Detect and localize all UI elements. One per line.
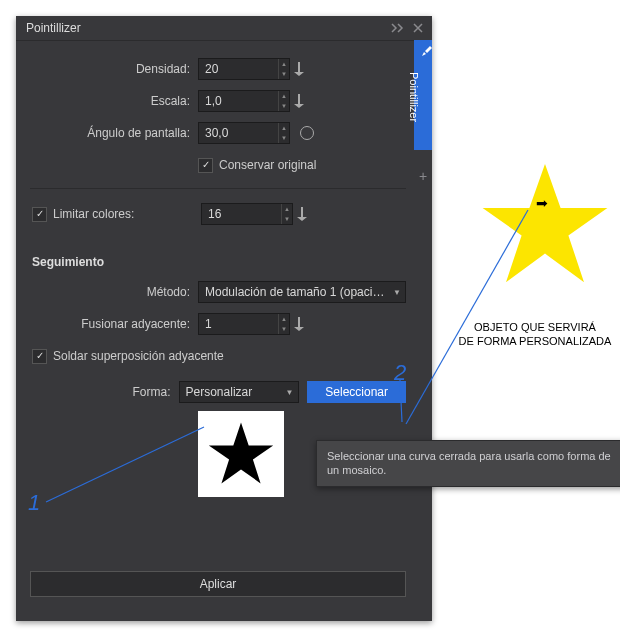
chevron-down-icon: ▼ bbox=[286, 388, 294, 397]
preserve-original-checkbox[interactable]: ✓ bbox=[198, 158, 213, 173]
add-tab-icon[interactable]: + bbox=[414, 166, 432, 186]
svg-rect-0 bbox=[298, 62, 300, 72]
method-value: Modulación de tamaño 1 (opacid… bbox=[205, 285, 389, 299]
select-shape-button[interactable]: Seleccionar bbox=[307, 381, 406, 403]
panel-titlebar: Pointillizer bbox=[16, 16, 432, 41]
density-slider-icon[interactable] bbox=[290, 62, 308, 76]
scale-field[interactable] bbox=[199, 94, 278, 108]
panel-title: Pointillizer bbox=[26, 21, 81, 35]
chevron-down-icon: ▼ bbox=[393, 288, 401, 297]
pointillizer-panel: Pointillizer Pointillizer + Densidad: ▲▼ bbox=[16, 16, 432, 621]
select-button-tooltip: Seleccionar una curva cerrada para usarl… bbox=[316, 440, 620, 487]
method-dropdown[interactable]: Modulación de tamaño 1 (opacid… ▼ bbox=[198, 281, 406, 303]
density-label: Densidad: bbox=[30, 62, 198, 76]
svg-marker-4 bbox=[209, 423, 273, 484]
custom-shape-object bbox=[480, 160, 610, 290]
collapse-icon[interactable] bbox=[390, 20, 406, 36]
merge-field[interactable] bbox=[199, 317, 278, 331]
divider bbox=[30, 188, 406, 189]
svg-rect-1 bbox=[298, 94, 300, 104]
shape-label: Forma: bbox=[30, 385, 179, 399]
merge-input[interactable]: ▲▼ bbox=[198, 313, 290, 335]
limit-colors-input[interactable]: ▲▼ bbox=[201, 203, 293, 225]
merge-slider-icon[interactable] bbox=[290, 317, 308, 331]
object-caption: OBJETO QUE SERVIRÁ DE FORMA PERSONALIZAD… bbox=[450, 320, 620, 349]
weld-label: Soldar superposición adyacente bbox=[53, 349, 224, 363]
star-icon bbox=[206, 419, 276, 489]
scale-slider-icon[interactable] bbox=[290, 94, 308, 108]
close-icon[interactable] bbox=[410, 20, 426, 36]
apply-button[interactable]: Aplicar bbox=[30, 571, 406, 597]
preserve-original-label: Conservar original bbox=[219, 158, 316, 172]
scale-spinner[interactable]: ▲▼ bbox=[278, 91, 289, 111]
weld-checkbox[interactable]: ✓ bbox=[32, 349, 47, 364]
density-field[interactable] bbox=[199, 62, 278, 76]
annotation-1: 1 bbox=[28, 490, 40, 516]
panel-body: Densidad: ▲▼ Escala: ▲▼ Ángulo de pantal… bbox=[22, 46, 414, 615]
limit-colors-checkbox[interactable]: ✓ bbox=[32, 207, 47, 222]
tracking-section-title: Seguimiento bbox=[32, 255, 406, 269]
angle-field[interactable] bbox=[199, 126, 278, 140]
scale-label: Escala: bbox=[30, 94, 198, 108]
limit-colors-spinner[interactable]: ▲▼ bbox=[281, 204, 292, 224]
angle-input[interactable]: ▲▼ bbox=[198, 122, 290, 144]
scale-input[interactable]: ▲▼ bbox=[198, 90, 290, 112]
limit-colors-slider-icon[interactable] bbox=[293, 207, 311, 221]
annotation-2: 2 bbox=[394, 360, 406, 386]
angle-label: Ángulo de pantalla: bbox=[30, 126, 198, 140]
svg-rect-2 bbox=[301, 207, 303, 217]
svg-rect-3 bbox=[298, 317, 300, 327]
tab-pointillizer[interactable]: Pointillizer bbox=[414, 40, 432, 150]
density-spinner[interactable]: ▲▼ bbox=[278, 59, 289, 79]
cursor-arrow-icon: ➡ bbox=[536, 195, 548, 211]
merge-label: Fusionar adyacente: bbox=[30, 317, 198, 331]
shape-preview bbox=[198, 411, 284, 497]
density-input[interactable]: ▲▼ bbox=[198, 58, 290, 80]
method-label: Método: bbox=[30, 285, 198, 299]
limit-colors-label: Limitar colores: bbox=[53, 207, 191, 221]
angle-dial-icon[interactable] bbox=[300, 126, 314, 140]
shape-dropdown[interactable]: Personalizar ▼ bbox=[179, 381, 299, 403]
limit-colors-field[interactable] bbox=[202, 207, 281, 221]
brush-icon bbox=[420, 46, 432, 61]
shape-value: Personalizar bbox=[186, 385, 282, 399]
merge-spinner[interactable]: ▲▼ bbox=[278, 314, 289, 334]
svg-marker-5 bbox=[483, 164, 608, 282]
angle-spinner[interactable]: ▲▼ bbox=[278, 123, 289, 143]
